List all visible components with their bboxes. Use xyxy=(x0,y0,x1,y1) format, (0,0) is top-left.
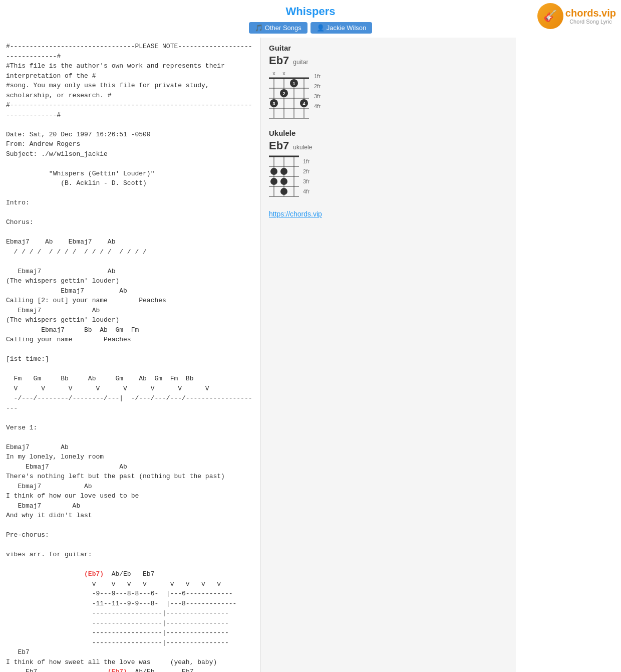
svg-point-27 xyxy=(280,188,287,195)
guitar-fret-3fr: 3fr xyxy=(314,91,321,101)
svg-text:4: 4 xyxy=(302,101,305,106)
main-layout: #--------------------------------PLEASE … xyxy=(0,38,621,672)
guitar-chord-name: Eb7 xyxy=(269,54,289,67)
logo-text-area: chords.vip Chord Song Lyric xyxy=(565,8,616,25)
guitar-fret-4fr: 4fr xyxy=(314,101,321,111)
ukulele-chord-name-row: Eb7 ukulele xyxy=(269,139,508,152)
guitar-fret-1fr: 1fr xyxy=(314,71,321,81)
ukulele-diagram-svg xyxy=(269,155,299,200)
string-o2 xyxy=(299,70,309,76)
music-icon: 🎵 xyxy=(255,24,263,32)
guitar-chord-type: guitar xyxy=(293,59,308,66)
ukulele-chord-name: Eb7 xyxy=(269,139,289,152)
guitar-section-label: Guitar xyxy=(269,44,508,52)
svg-text:2: 2 xyxy=(282,91,285,96)
svg-point-26 xyxy=(280,178,287,185)
guitar-diagram-svg: 1 2 3 4 xyxy=(269,77,309,119)
ukulele-fret-1fr: 1fr xyxy=(303,156,309,166)
svg-text:3: 3 xyxy=(272,101,275,106)
guitar-chord-name-row: Eb7 guitar xyxy=(269,54,508,67)
logo-sub-text: Chord Song Lyric xyxy=(565,19,616,25)
guitar-string-xo-markers: x x xyxy=(269,70,309,121)
person-icon: 👤 xyxy=(317,24,325,32)
svg-point-28 xyxy=(270,168,277,175)
ukulele-fret-grid-container xyxy=(269,155,299,202)
logo[interactable]: 🎸 chords.vip Chord Song Lyric xyxy=(537,3,616,29)
string-x1: x xyxy=(269,70,279,76)
guitar-fret-labels: 1fr 2fr 3fr 4fr xyxy=(314,70,321,111)
ukulele-fret-labels: 1fr 2fr 3fr 4fr xyxy=(303,155,309,196)
string-o1 xyxy=(289,70,299,76)
guitar-diagram-wrapper: x x xyxy=(269,70,508,121)
chord-sidebar: Guitar Eb7 guitar x x xyxy=(260,38,516,672)
logo-icon: 🎸 xyxy=(537,3,563,29)
svg-point-29 xyxy=(280,168,287,175)
ukulele-fret-4fr: 4fr xyxy=(303,186,309,196)
logo-main-text: chords.vip xyxy=(565,8,616,19)
svg-text:1: 1 xyxy=(292,81,295,86)
string-x2: x xyxy=(279,70,289,76)
ukulele-chord-type: ukulele xyxy=(293,144,312,151)
guitar-fret-grid: 1 2 3 4 xyxy=(269,77,309,121)
page-header: Whispers 🎵 Other Songs 👤 Jackie Wilson 🎸… xyxy=(0,0,621,38)
header-buttons: 🎵 Other Songs 👤 Jackie Wilson xyxy=(0,22,621,34)
ukulele-section-label: Ukulele xyxy=(269,129,508,137)
ukulele-fret-2fr: 2fr xyxy=(303,166,309,176)
ukulele-chord-section: Ukulele Eb7 ukulele xyxy=(269,129,508,202)
site-url-link[interactable]: https://chords.vip xyxy=(269,210,508,218)
content-area: #--------------------------------PLEASE … xyxy=(0,38,260,672)
jackie-wilson-button[interactable]: 👤 Jackie Wilson xyxy=(310,22,372,34)
page-title: Whispers xyxy=(0,5,621,18)
guitar-fret-2fr: 2fr xyxy=(314,81,321,91)
song-header-text: #--------------------------------PLEASE … xyxy=(6,42,254,672)
other-songs-button[interactable]: 🎵 Other Songs xyxy=(249,22,307,34)
ukulele-fret-3fr: 3fr xyxy=(303,176,309,186)
ukulele-diagram-wrapper: 1fr 2fr 3fr 4fr xyxy=(269,155,508,202)
guitar-chord-section: Guitar Eb7 guitar x x xyxy=(269,44,508,121)
svg-point-25 xyxy=(270,178,277,185)
